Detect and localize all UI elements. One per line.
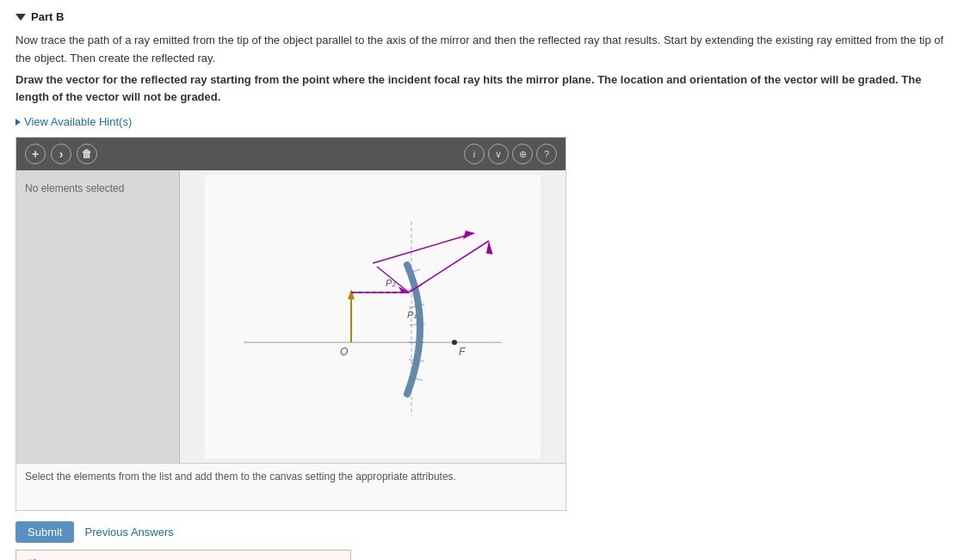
toolbar-left: + › 🗑 [25, 144, 97, 164]
add-button[interactable]: + [25, 144, 46, 164]
hint-arrow-icon [15, 119, 21, 126]
instruction-text-2: Draw the vector for the reflected ray st… [15, 71, 949, 108]
svg-text:P₁: P₁ [407, 310, 417, 320]
widget-body: No elements selected [16, 170, 565, 463]
svg-text:P₂: P₂ [386, 278, 396, 288]
info-button[interactable]: i [464, 144, 485, 164]
no-elements-label: No elements selected [25, 182, 170, 194]
widget-toolbar: + › 🗑 i ∨ ⊕ ? [16, 138, 565, 170]
collapse-icon[interactable] [15, 14, 26, 21]
widget-footer: Select the elements from the list and ad… [16, 463, 565, 510]
previous-answers-link[interactable]: Previous Answers [84, 526, 173, 538]
feedback-box: ✗ Incorrect; Try Again [15, 550, 351, 560]
next-button[interactable]: › [51, 144, 71, 164]
left-panel: No elements selected [16, 170, 180, 463]
chevron-button[interactable]: ∨ [488, 144, 509, 164]
zoom-button[interactable]: ⊕ [512, 144, 533, 164]
canvas-svg: O P₂ P₁ [180, 170, 565, 463]
svg-rect-1 [205, 175, 541, 458]
svg-text:F: F [459, 346, 466, 358]
svg-point-21 [452, 340, 457, 345]
submit-area: Submit Previous Answers [15, 521, 949, 543]
part-header: Part B [15, 10, 949, 23]
part-label: Part B [31, 10, 64, 23]
hint-link[interactable]: View Available Hint(s) [15, 115, 132, 128]
submit-button[interactable]: Submit [15, 521, 74, 543]
canvas-area[interactable]: O P₂ P₁ [180, 170, 565, 463]
help-button[interactable]: ? [536, 144, 557, 164]
instruction-text-1: Now trace the path of a ray emitted from… [15, 32, 949, 68]
svg-text:O: O [340, 346, 348, 358]
footer-text: Select the elements from the list and ad… [25, 471, 557, 483]
delete-button[interactable]: 🗑 [77, 144, 97, 164]
toolbar-right: i ∨ ⊕ ? [464, 144, 557, 164]
hint-label: View Available Hint(s) [24, 115, 132, 128]
widget-container: + › 🗑 i ∨ ⊕ ? [15, 137, 566, 511]
